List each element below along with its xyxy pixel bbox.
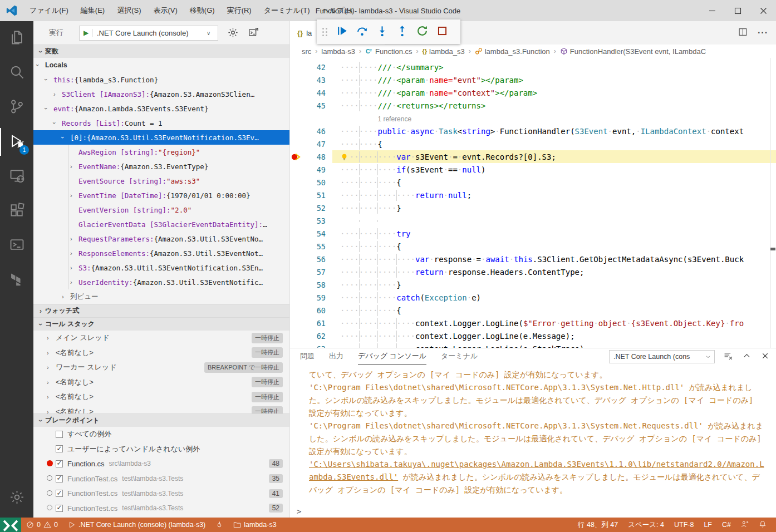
breakpoint-checkbox[interactable]: [56, 490, 63, 497]
run-debug-activity-item[interactable]: 1: [0, 125, 33, 159]
problems-status[interactable]: 0 0: [21, 518, 63, 532]
chevron-right-icon[interactable]: ›: [70, 250, 78, 257]
chevron-right-icon[interactable]: ›: [62, 293, 70, 300]
search-activity-item[interactable]: [0, 56, 33, 90]
code-line[interactable]: 56················var·response·=·await·t…: [290, 253, 776, 265]
breakpoint-row[interactable]: FunctionTest.cstest\lambda-s3.Tests52: [33, 501, 289, 516]
code-line[interactable]: 47········{: [290, 137, 776, 150]
code-line[interactable]: 60············{: [290, 304, 776, 317]
close-panel-icon[interactable]: [760, 351, 770, 363]
code-line[interactable]: 43········///·<param·name="evnt"></param…: [290, 73, 776, 86]
notifications-status[interactable]: [754, 518, 772, 532]
breadcrumb-item[interactable]: lambda-s3: [321, 47, 355, 56]
chevron-right-icon[interactable]: ›: [70, 279, 78, 285]
callstack-thread-row[interactable]: ›<名前なし>一時停止: [33, 390, 289, 405]
variable-row[interactable]: ›this: {lambda_s3.Function}: [33, 72, 289, 87]
code-line[interactable]: 62················context.Logger.LogLine…: [290, 329, 776, 342]
chevron-down-icon[interactable]: ›: [45, 76, 53, 83]
chevron-down-icon[interactable]: ›: [37, 62, 45, 68]
variable-row[interactable]: ›ResponseElements: {Amazon.S3.Util.S3Eve…: [33, 246, 289, 260]
chevron-right-icon[interactable]: ›: [47, 364, 56, 371]
code-line[interactable]: 61················context.Logger.LogLine…: [290, 317, 776, 329]
clear-console-icon[interactable]: [724, 351, 733, 363]
breadcrumb-item[interactable]: src: [302, 47, 311, 56]
extensions-activity-item[interactable]: [0, 194, 33, 228]
start-debug-icon[interactable]: ▶: [80, 29, 93, 37]
encoding-status[interactable]: UTF-8: [669, 518, 699, 532]
step-over-button[interactable]: [352, 22, 372, 42]
chevron-right-icon[interactable]: ›: [70, 235, 78, 242]
code-line[interactable]: 54············try: [290, 227, 776, 240]
stop-button[interactable]: [432, 22, 452, 42]
callstack-thread-row[interactable]: ›<名前なし>一時停止: [33, 346, 289, 361]
remote-explorer-activity-item[interactable]: [0, 159, 33, 194]
variable-row[interactable]: GlacierEventData [S3GlacierEventDataEnti…: [33, 217, 289, 231]
breakpoint-checkbox[interactable]: [56, 460, 63, 467]
variable-row[interactable]: ›[0]: {Amazon.S3.Util.S3EventNotificatio…: [33, 130, 289, 145]
chevron-right-icon[interactable]: ›: [70, 163, 78, 170]
breakpoint-row[interactable]: FunctionTest.cstest\lambda-s3.Tests41: [33, 486, 289, 501]
drag-handle-icon[interactable]: [322, 28, 327, 36]
code-line[interactable]: 48··········var·s3Event·=·evnt.Records?[…: [290, 150, 776, 163]
variable-row[interactable]: ›evnt: {Amazon.Lambda.S3Events.S3Event}: [33, 101, 289, 116]
menu-item-2[interactable]: 選択(S): [111, 0, 147, 21]
code-line[interactable]: 44········///·<param·name="context"></pa…: [290, 86, 776, 99]
variable-row[interactable]: ›EventTime [DateTime]: {1970/01/01 0:00:…: [33, 188, 289, 203]
language-status[interactable]: C#: [717, 518, 736, 532]
menu-item-6[interactable]: ターミナル(T): [258, 0, 316, 21]
indentation-status[interactable]: スペース: 4: [623, 518, 669, 532]
code-line[interactable]: 46········public·async·Task<string>·Func…: [290, 125, 776, 137]
terraform-activity-item[interactable]: [0, 263, 33, 297]
code-line[interactable]: 63················context.Logger.LogLine…: [290, 342, 776, 348]
code-line[interactable]: 50············{: [290, 176, 776, 189]
settings-gear-item[interactable]: [0, 481, 33, 515]
chevron-right-icon[interactable]: ›: [47, 334, 56, 341]
code-line[interactable]: 49············if(s3Event·==·null): [290, 163, 776, 176]
powershell-activity-item[interactable]: [0, 228, 33, 263]
code-line[interactable]: 59············catch(Exception·e): [290, 291, 776, 304]
debug-console-picker[interactable]: .NET Core Launch (cons: [609, 350, 715, 363]
explorer-activity-item[interactable]: [0, 21, 33, 56]
breakpoint-checkbox[interactable]: [56, 445, 63, 452]
breakpoints-section-header[interactable]: › ブレークポイント: [33, 413, 289, 427]
continue-button[interactable]: [332, 22, 352, 42]
breakpoint-checkbox[interactable]: [56, 505, 63, 512]
open-debug-console-icon[interactable]: [248, 27, 259, 38]
panel-tab-デバッグ コンソール[interactable]: デバッグ コンソール: [358, 348, 426, 365]
chevron-right-icon[interactable]: ›: [53, 91, 62, 97]
chevron-down-icon[interactable]: ›: [62, 134, 70, 141]
watch-section-header[interactable]: › ウォッチ式: [33, 304, 289, 317]
code-line[interactable]: 57················return·response.Header…: [290, 265, 776, 278]
codelens-label[interactable]: 1 reference: [377, 115, 411, 123]
chevron-right-icon[interactable]: ›: [47, 408, 56, 413]
breakpoint-row[interactable]: FunctionTest.cstest\lambda-s3.Tests35: [33, 471, 289, 486]
code-editor[interactable]: 42········///·</summary>43········///·<p…: [290, 58, 776, 348]
menu-item-4[interactable]: 移動(G): [184, 0, 221, 21]
variable-row[interactable]: EventVersion [string]: "2.0": [33, 203, 289, 217]
editor-scrollbar[interactable]: [770, 58, 776, 348]
menu-item-5[interactable]: 実行(R): [221, 0, 258, 21]
chevron-right-icon[interactable]: ›: [47, 379, 56, 386]
breakpoint-checkbox[interactable]: [56, 475, 63, 482]
close-window-button[interactable]: [750, 0, 776, 21]
source-control-activity-item[interactable]: [0, 90, 33, 125]
callstack-thread-row[interactable]: ›メイン スレッド一時停止: [33, 331, 289, 346]
menu-item-1[interactable]: 編集(E): [75, 0, 111, 21]
menu-item-3[interactable]: 表示(V): [148, 0, 184, 21]
maximize-panel-icon[interactable]: [742, 351, 752, 363]
panel-tab-ターミナル[interactable]: ターミナル: [441, 348, 478, 365]
cursor-position-status[interactable]: 行 48、列 47: [573, 518, 623, 532]
breadcrumb-item[interactable]: {}lambda_s3: [423, 47, 465, 56]
variable-row[interactable]: ›列ビュー: [33, 289, 289, 304]
debug-console-input[interactable]: >: [290, 505, 776, 518]
eol-status[interactable]: LF: [699, 518, 717, 532]
minimize-button[interactable]: [699, 0, 725, 21]
code-line[interactable]: 52············}: [290, 201, 776, 214]
variable-row[interactable]: ›S3Client [IAmazonS3]: {Amazon.S3.Amazon…: [33, 87, 289, 101]
debug-session-status[interactable]: .NET Core Launch (console) (lambda-s3): [63, 518, 210, 532]
variable-row[interactable]: ›Records [List]: Count = 1: [33, 116, 289, 130]
variable-row[interactable]: ›RequestParameters: {Amazon.S3.Util.S3Ev…: [33, 231, 289, 246]
chevron-down-icon[interactable]: ›: [53, 120, 62, 126]
code-line[interactable]: 45········///·<returns></returns>: [290, 99, 776, 112]
profiler-status[interactable]: [210, 518, 228, 532]
